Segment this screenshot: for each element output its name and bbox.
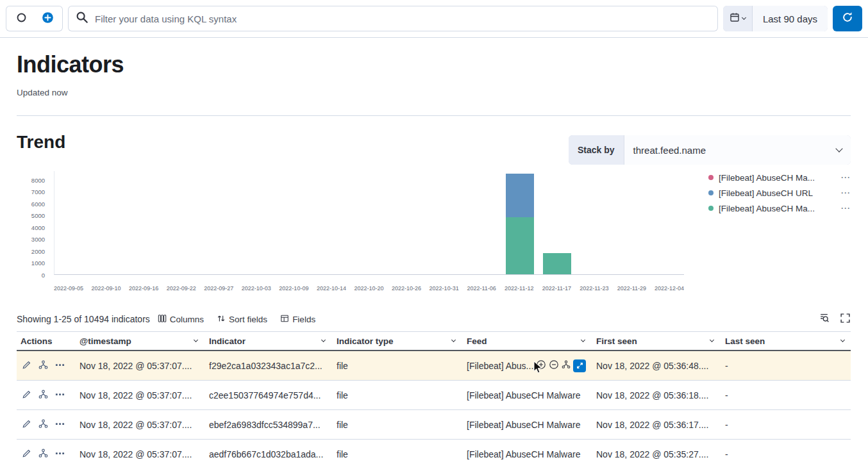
column-header-indicator[interactable]: Indicator [204,332,331,350]
filter-out-button[interactable] [549,359,559,372]
indicators-table: Actions @timestamp Indicator Indicator t… [17,331,851,462]
investigate-in-timeline-button[interactable] [38,390,48,401]
expand-cell-button[interactable] [573,359,586,372]
legend-more-actions-button[interactable]: ⋯ [840,190,851,196]
feed-cell[interactable]: [Filebeat] AbuseCH Malware [462,449,591,459]
y-axis-tick-label: 1000 [31,260,45,267]
investigate-in-timeline-button[interactable] [38,360,48,372]
filter-for-button[interactable] [536,359,546,372]
first-seen-cell[interactable]: Nov 18, 2022 @ 05:36:48.... [591,361,720,371]
network-icon [38,360,48,372]
x-axis-tick-label: 2022-09-05 [54,285,83,292]
legend-more-actions-button[interactable]: ⋯ [840,205,851,211]
more-actions-button[interactable] [55,449,65,460]
first-seen-cell[interactable]: Nov 18, 2022 @ 05:36:18.... [591,390,720,400]
open-details-button[interactable] [22,449,31,460]
expand-icon [576,361,583,371]
legend-item: [Filebeat] AbuseCH Ma... ⋯ [708,172,851,183]
column-header-first-seen[interactable]: First seen [591,332,720,350]
saved-query-menu-button[interactable] [10,8,32,29]
last-seen-cell[interactable]: - [720,420,851,430]
timestamp-cell[interactable]: Nov 18, 2022 @ 05:37:07.... [74,390,204,400]
more-actions-button[interactable] [55,419,65,431]
network-icon [38,419,48,431]
x-axis-tick-label: 2022-11-06 [467,285,496,292]
open-details-button[interactable] [22,360,31,372]
fields-table-icon [280,314,289,325]
investigate-in-timeline-button[interactable] [38,419,48,431]
legend-item: [Filebeat] AbuseCH Ma... ⋯ [708,203,851,213]
y-axis-tick-label: 8000 [31,176,45,183]
chart-plot-area [54,171,684,275]
indicator-type-cell[interactable]: file [331,361,462,371]
table-row: Nov 18, 2022 @ 05:37:07.... f29e2ca1a032… [17,351,851,381]
chart-bar-segment [506,217,534,274]
add-to-timeline-button[interactable] [562,360,571,371]
y-axis-tick-label: 0 [42,272,45,279]
date-quick-select-button[interactable] [723,6,753,31]
indicator-cell[interactable]: f29e2ca1a032343ac1a7c2... [204,361,331,371]
page-title: Indicators [17,52,851,78]
sort-fields-button-label: Sort fields [229,315,267,324]
legend-dot-icon [708,175,714,180]
indicator-cell[interactable]: ebef2a6983dfcc534899a7... [204,420,331,430]
stack-by-control: Stack by threat.feed.name [569,135,851,165]
timestamp-cell[interactable]: Nov 18, 2022 @ 05:37:07.... [74,420,204,430]
last-seen-cell[interactable]: - [720,361,851,371]
column-header-last-seen[interactable]: Last seen [720,332,851,350]
x-axis-tick-label: 2022-09-22 [167,285,196,292]
chevron-down-icon [710,338,714,342]
first-seen-cell[interactable]: Nov 18, 2022 @ 05:35:27.... [591,449,720,459]
open-details-button[interactable] [22,419,31,431]
feed-cell[interactable]: [Filebeat] AbuseCH Malware [462,390,591,400]
date-range-button[interactable]: Last 90 days [753,6,828,31]
indicators-page: Indicators Updated now Trend Stack by th… [0,38,868,462]
first-seen-cell[interactable]: Nov 18, 2022 @ 05:36:17.... [591,420,720,430]
stack-by-select[interactable]: threat.feed.name [624,135,851,165]
timestamp-cell[interactable]: Nov 18, 2022 @ 05:37:07.... [74,449,204,459]
sort-fields-button[interactable]: Sort fields [217,314,267,325]
inspect-icon [819,315,830,326]
column-header-feed[interactable]: Feed [462,332,591,350]
open-details-button[interactable] [22,390,31,401]
feed-cell[interactable]: [Filebeat] Abus... [462,359,591,372]
kql-search-bar[interactable] [68,6,718,31]
x-axis-tick-label: 2022-11-12 [505,285,533,292]
timestamp-cell[interactable]: Nov 18, 2022 @ 05:37:07.... [74,361,204,371]
indicator-type-cell[interactable]: file [331,449,462,459]
indicator-type-cell[interactable]: file [331,390,462,400]
columns-icon [158,314,167,325]
feed-value: [Filebeat] Abus... [467,361,533,371]
trend-heading: Trend [17,131,65,153]
indicator-cell[interactable]: c2ee15037764974e757d4... [204,390,331,400]
inspect-button[interactable] [819,313,830,326]
column-header-timestamp[interactable]: @timestamp [74,332,204,350]
fields-button[interactable]: Fields [280,314,315,325]
date-range-label: Last 90 days [763,13,817,24]
kql-search-input[interactable] [95,13,710,24]
feed-cell[interactable]: [Filebeat] AbuseCH Malware [462,420,591,430]
y-axis-tick-label: 3000 [31,236,45,243]
legend-more-actions-button[interactable]: ⋯ [840,174,851,181]
grid-toolbar: Columns Sort fields Fields [158,314,315,325]
indicator-cell[interactable]: aedf76b667c1d032ba1ada... [204,449,331,459]
column-header-indicator-type[interactable]: Indicator type [331,332,462,350]
refresh-button[interactable] [833,6,862,31]
more-actions-button[interactable] [55,360,65,372]
refresh-icon [842,12,853,26]
indicator-type-cell[interactable]: file [331,420,462,430]
columns-button[interactable]: Columns [158,314,204,325]
add-filter-button[interactable] [37,8,58,29]
legend-label: [Filebeat] AbuseCH Ma... [719,173,835,183]
fullscreen-button[interactable] [840,313,851,326]
more-actions-button[interactable] [55,390,65,401]
last-seen-cell[interactable]: - [720,390,851,400]
minus-in-circle-icon [549,359,559,372]
search-icon [76,11,88,26]
table-row: Nov 18, 2022 @ 05:37:07.... ebef2a6983df… [17,410,851,440]
investigate-in-timeline-button[interactable] [38,449,48,460]
last-seen-cell[interactable]: - [720,449,851,459]
table-header-row: Actions @timestamp Indicator Indicator t… [17,331,851,351]
edit-pencil-icon [22,449,31,460]
date-range-picker: Last 90 days [723,6,828,31]
